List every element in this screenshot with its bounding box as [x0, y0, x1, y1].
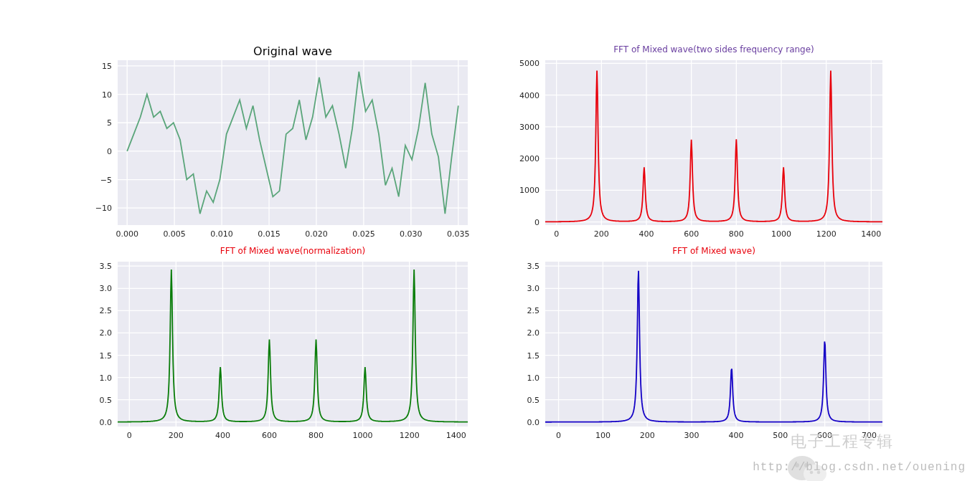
x-tick-label: 0.035: [447, 229, 470, 239]
x-tick-label: 0: [127, 431, 132, 440]
plot-svg: [545, 60, 882, 225]
x-tick-label: 200: [169, 431, 184, 440]
x-tick-label: 600: [684, 229, 699, 239]
axes-bl: FFT of Mixed wave(normalization)02004006…: [118, 262, 468, 427]
y-tick-label: 3000: [519, 122, 540, 131]
x-tick-label: 1400: [861, 229, 881, 239]
x-tick-label: 600: [262, 431, 277, 440]
x-tick-label: 800: [729, 229, 744, 239]
y-tick-label: 0.5: [100, 395, 113, 404]
x-tick-label: 200: [640, 431, 655, 440]
y-tick-label: 4000: [519, 90, 540, 100]
x-tick-label: 1000: [353, 431, 373, 440]
y-tick-label: 0.0: [527, 417, 540, 427]
x-tick-label: 800: [308, 431, 324, 440]
y-tick-label: 1.5: [527, 351, 540, 360]
plot-svg: [545, 262, 882, 427]
y-tick-label: 2.0: [527, 328, 540, 338]
y-tick-label: 3.5: [527, 262, 540, 271]
axes-tr: FFT of Mixed wave(two sides frequency ra…: [545, 60, 882, 225]
x-tick-label: 500: [773, 431, 788, 440]
y-tick-label: 0.0: [100, 417, 113, 427]
x-tick-label: 400: [639, 229, 654, 239]
data-line: [545, 70, 882, 222]
y-tick-label: 1000: [519, 186, 540, 195]
x-tick-label: 0: [556, 431, 561, 440]
y-tick-label: 3.5: [100, 262, 113, 271]
y-tick-label: 2.5: [100, 306, 113, 315]
y-tick-label: 10: [102, 90, 112, 99]
y-tick-label: 5000: [519, 59, 540, 68]
plot-svg: [118, 60, 468, 225]
x-tick-label: 300: [684, 431, 699, 440]
y-tick-label: 3.0: [100, 284, 113, 293]
figure: Original wave0.0000.0050.0100.0150.0200.…: [0, 0, 980, 481]
x-tick-label: 400: [728, 431, 743, 440]
x-tick-label: 0.025: [352, 229, 375, 239]
x-tick-label: 0.030: [400, 229, 423, 239]
x-tick-label: 700: [862, 431, 877, 440]
plot-svg: [118, 262, 468, 427]
x-tick-label: 0.015: [258, 229, 281, 239]
y-tick-label: 3.0: [527, 284, 540, 293]
y-tick-label: 1.5: [100, 351, 113, 360]
data-line: [118, 270, 468, 422]
x-tick-label: 1200: [816, 229, 837, 239]
axes-title: FFT of Mixed wave(two sides frequency ra…: [545, 44, 882, 54]
x-tick-label: 1200: [400, 431, 420, 440]
x-tick-label: 1400: [446, 431, 466, 440]
y-tick-label: 0.5: [527, 395, 540, 404]
x-tick-label: 600: [817, 431, 832, 440]
x-tick-label: 1000: [771, 229, 791, 239]
axes-title: Original wave: [118, 44, 468, 58]
data-line: [127, 72, 458, 214]
y-tick-label: 15: [102, 61, 112, 70]
x-tick-label: 0.010: [210, 229, 233, 239]
y-tick-label: 0: [107, 146, 112, 156]
y-tick-label: 1.0: [527, 373, 540, 382]
y-tick-label: 2.0: [100, 328, 113, 338]
y-tick-label: 2000: [519, 154, 540, 163]
x-tick-label: 0.000: [116, 229, 138, 239]
x-tick-label: 0.005: [163, 229, 186, 239]
x-tick-label: 400: [215, 431, 230, 440]
x-tick-label: 0.020: [305, 229, 328, 239]
y-tick-label: −10: [95, 204, 112, 213]
y-tick-label: −5: [100, 175, 112, 184]
y-tick-label: 1.0: [100, 373, 113, 382]
x-tick-label: 100: [595, 431, 611, 440]
y-tick-label: 0: [534, 217, 540, 227]
x-tick-label: 200: [594, 229, 609, 239]
y-tick-label: 5: [107, 118, 112, 128]
axes-title: FFT of Mixed wave(normalization): [118, 246, 468, 256]
axes-br: FFT of Mixed wave)0100200300400500600700…: [545, 262, 882, 427]
y-tick-label: 2.5: [527, 306, 540, 315]
x-tick-label: 0: [554, 229, 559, 239]
axes-tl: Original wave0.0000.0050.0100.0150.0200.…: [118, 60, 468, 225]
axes-title: FFT of Mixed wave): [545, 246, 882, 256]
